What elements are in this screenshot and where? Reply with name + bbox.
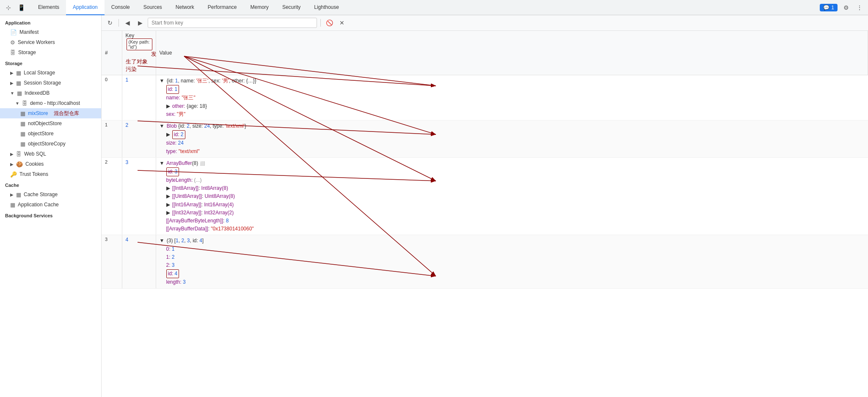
tab-memory[interactable]: Memory	[244, 0, 276, 15]
bg-section-title: Background Services	[0, 210, 101, 220]
web-sql-arrow: ▶	[10, 152, 14, 156]
row-0-other-field: ▶ other: {age: 18}	[160, 102, 865, 110]
local-storage-arrow: ▶	[10, 71, 14, 75]
sidebar-item-indexeddb[interactable]: ▼ ▦ IndexedDB	[0, 88, 101, 98]
content-area: ↻ ◀ ▶ 🚫 ✕ # Key (Key path: "id")	[102, 15, 868, 397]
other-expand[interactable]: ▶	[166, 103, 170, 109]
db-content-wrapper: # Key (Key path: "id") 发生了对象污染 Value	[102, 31, 868, 397]
row-3-key: 4	[122, 235, 156, 288]
tab-sources[interactable]: Sources	[137, 0, 169, 15]
row-0-expand[interactable]: ▼	[160, 78, 165, 84]
next-button[interactable]: ▶	[135, 18, 145, 28]
row-1-key: 2	[122, 120, 156, 157]
row-2-expand[interactable]: ▼	[160, 160, 165, 166]
db-table: # Key (Key path: "id") 发生了对象污染 Value	[102, 31, 868, 289]
row-3-two-field: 2: 3	[160, 261, 865, 269]
row-0-sex-field: sex: "男"	[160, 110, 865, 118]
uint8-expand[interactable]: ▶	[166, 193, 170, 199]
row-3-zero-field: 0: 1	[160, 245, 865, 253]
row-1-type-field: type: "text/xml"	[160, 148, 865, 156]
manifest-icon: 📄	[10, 29, 17, 36]
clear-button[interactable]: 🚫	[324, 18, 334, 28]
cache-storage-label: Cache Storage	[24, 192, 58, 197]
row-3-expand[interactable]: ▼	[160, 238, 165, 244]
tab-application[interactable]: Application	[66, 0, 105, 15]
inspect-icon[interactable]: ⊹	[3, 3, 14, 13]
cookies-label: Cookies	[25, 161, 44, 167]
sidebar-item-app-cache[interactable]: ▦ Application Cache	[0, 200, 101, 210]
row-2-uint8-field: ▶ [[Uint8Array]]: Uint8Array(8)	[160, 192, 865, 200]
sidebar-item-manifest[interactable]: 📄 Manifest	[0, 27, 101, 37]
sidebar-item-web-sql[interactable]: ▶ 🗄 Web SQL	[0, 149, 101, 159]
sidebar-item-trust-tokens[interactable]: 🔑 Trust Tokens	[0, 169, 101, 179]
sidebar-item-mixstore[interactable]: ▦ mixStore 混合型仓库	[0, 108, 101, 118]
cache-storage-arrow: ▶	[10, 192, 14, 197]
row-2-key: 3	[122, 157, 156, 235]
storage-section-title: Storage	[0, 57, 101, 68]
row-0-index: 0	[102, 75, 122, 120]
row-2-buflen-field: [[ArrayBufferByteLength]]: 8	[160, 217, 865, 225]
toolbar-sep-1	[118, 19, 119, 27]
int32-expand[interactable]: ▶	[166, 210, 170, 216]
more-icon[interactable]: ⋮	[854, 3, 865, 13]
prev-button[interactable]: ◀	[122, 18, 132, 28]
table-row: 2 3 ▼ ArrayBuffer(8) ⬜ id: 3	[102, 157, 868, 235]
tab-elements[interactable]: Elements	[31, 0, 66, 15]
main-layout: Application 📄 Manifest ⚙ Service Workers…	[0, 15, 868, 397]
int16-expand[interactable]: ▶	[166, 202, 170, 208]
search-input[interactable]	[148, 18, 317, 28]
row-1-id-expand[interactable]: ▶	[166, 131, 170, 137]
sidebar-item-service-workers[interactable]: ⚙ Service Workers	[0, 37, 101, 47]
int8-expand[interactable]: ▶	[166, 185, 170, 191]
row-3-length-field: length: 3	[160, 278, 865, 286]
device-icon[interactable]: 📱	[16, 3, 26, 13]
tab-console[interactable]: Console	[105, 0, 137, 15]
sidebar-item-demo-host[interactable]: ▼ 🗄 demo - http://localhost	[0, 98, 101, 108]
sidebar-item-not-object-store[interactable]: ▦ notObjectStore	[0, 118, 101, 129]
close-button[interactable]: ✕	[337, 18, 347, 28]
sidebar-item-cache-storage[interactable]: ▶ ▦ Cache Storage	[0, 189, 101, 200]
row-3-id-field: id: 4	[160, 269, 865, 278]
refresh-button[interactable]: ↻	[105, 18, 115, 28]
trust-tokens-icon: 🔑	[10, 171, 17, 178]
session-storage-icon: ▦	[16, 80, 21, 86]
sidebar-item-cookies[interactable]: ▶ 🍪 Cookies	[0, 159, 101, 169]
row-3-one-field: 1: 2	[160, 253, 865, 261]
cache-section-title: Cache	[0, 179, 101, 189]
row-3-index: 3	[102, 235, 122, 288]
workers-icon: ⚙	[10, 39, 15, 46]
row-1-expand[interactable]: ▼	[160, 123, 165, 129]
tab-network[interactable]: Network	[169, 0, 201, 15]
storage-main-icon: 🗄	[10, 49, 16, 56]
sidebar-item-object-store[interactable]: ▦ objectStore	[0, 129, 101, 139]
sidebar-item-local-storage[interactable]: ▶ ▦ Local Storage	[0, 68, 101, 78]
tab-security[interactable]: Security	[276, 0, 307, 15]
object-store-copy-label: objectStoreCopy	[28, 141, 66, 147]
sidebar-item-storage[interactable]: 🗄 Storage	[0, 47, 101, 57]
local-storage-label: Local Storage	[24, 70, 55, 76]
sidebar-item-object-store-copy[interactable]: ▦ objectStoreCopy	[0, 139, 101, 149]
row-0-value: ▼ {id: 1, name: '张三', sex: '男', other: {…	[156, 75, 868, 120]
sidebar-item-session-storage[interactable]: ▶ ▦ Session Storage	[0, 78, 101, 88]
row-2-value: ▼ ArrayBuffer(8) ⬜ id: 3 byteLength: (..…	[156, 157, 868, 235]
tab-performance[interactable]: Performance	[201, 0, 244, 15]
table-header-row: # Key (Key path: "id") 发生了对象污染 Value	[102, 31, 868, 75]
session-storage-arrow: ▶	[10, 81, 14, 85]
storage-main-label: Storage	[18, 49, 36, 55]
row-1-id-box: id: 2	[172, 130, 185, 139]
web-sql-icon: 🗄	[16, 151, 22, 157]
indexeddb-label: IndexedDB	[25, 90, 50, 96]
feedback-badge[interactable]: 💬 1	[820, 4, 838, 11]
web-sql-label: Web SQL	[24, 151, 46, 157]
session-storage-label: Session Storage	[24, 80, 61, 86]
indexeddb-arrow: ▼	[10, 91, 14, 96]
not-object-store-label: notObjectStore	[28, 120, 62, 126]
cache-storage-icon: ▦	[16, 192, 21, 198]
settings-icon[interactable]: ⚙	[841, 3, 851, 13]
col-value: Value	[156, 31, 868, 75]
manifest-label: Manifest	[19, 29, 39, 35]
app-section-title: Application	[0, 17, 101, 27]
tab-lighthouse[interactable]: Lighthouse	[307, 0, 346, 15]
row-2-summary: ▼ ArrayBuffer(8) ⬜	[160, 159, 865, 167]
object-store-icon: ▦	[20, 131, 25, 137]
